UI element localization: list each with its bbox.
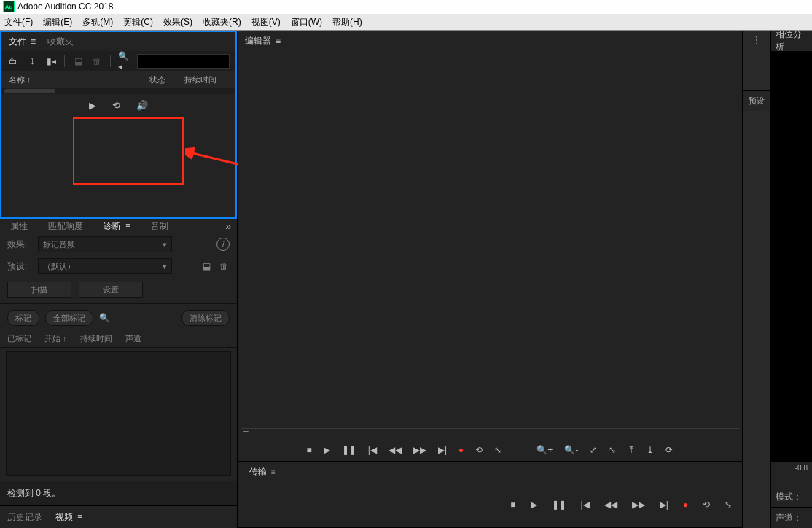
preset-value: （默认） [43, 261, 75, 272]
preset-dock-tab[interactable]: 预设 [743, 90, 770, 111]
skip-start-icon[interactable]: |◀ [581, 500, 590, 510]
files-panel-header: 文件 ≡ 收藏夹 [1, 32, 235, 51]
col-duration[interactable]: 持续时间 [80, 333, 112, 344]
skip-end-icon[interactable]: ▶| [438, 445, 447, 455]
panel-menu-icon[interactable]: ⋮ [743, 31, 770, 50]
menu-edit[interactable]: 编辑(E) [43, 16, 72, 28]
chevron-down-icon: ▾ [163, 262, 167, 271]
save-preset-icon[interactable]: ⬓ [200, 260, 212, 272]
zoom-out-icon[interactable]: 🔍- [564, 445, 578, 455]
editor-body[interactable]: – ■ ▶ ❚❚ |◀ ◀◀ ▶▶ ▶| ● ⟲ ⤡ 🔍+ 🔍- ⤢ ⤡ [238, 51, 742, 461]
menu-window[interactable]: 窗口(W) [291, 16, 322, 28]
new-file-icon[interactable]: ▮◂ [45, 55, 57, 67]
col-duration[interactable]: 持续时间 [184, 74, 228, 85]
menu-file[interactable]: 文件(F) [4, 16, 33, 28]
editor-header: 编辑器 ≡ [238, 31, 742, 51]
scrollbar-thumb[interactable] [4, 89, 55, 93]
search-icon[interactable]: 🔍 [99, 313, 110, 323]
skip-end-icon[interactable]: ▶| [660, 500, 668, 510]
menu-view[interactable]: 视图(V) [251, 16, 281, 28]
files-panel: 文件 ≡ 收藏夹 🗀 ⤵ ▮◂ ⬓ 🗑 🔍◂ 名称 ↑ 状态 持续时间 [0, 31, 237, 219]
loop-icon[interactable]: ⟲ [703, 500, 710, 510]
stop-icon[interactable]: ■ [510, 500, 515, 510]
preview-autoplay-icon[interactable]: 🔊 [136, 100, 148, 111]
hamburger-icon[interactable]: ≡ [125, 221, 130, 231]
clear-marks-button[interactable]: 清除标记 [181, 310, 230, 326]
preview-loop-icon[interactable]: ⟲ [112, 100, 120, 111]
save-icon[interactable]: ⬓ [72, 55, 84, 67]
editor-transport-controls: ■ ▶ ❚❚ |◀ ◀◀ ▶▶ ▶| ● ⟲ ⤡ 🔍+ 🔍- ⤢ ⤡ ⤒ [238, 438, 742, 461]
import-icon[interactable]: ⤵ [26, 55, 38, 67]
menu-help[interactable]: 帮助(H) [332, 16, 362, 28]
bottom-tabs: 历史记录 视频 ≡ [0, 506, 237, 528]
fastfwd-icon[interactable]: ▶▶ [413, 445, 426, 455]
scan-button[interactable]: 扫描 [7, 282, 71, 298]
rewind-icon[interactable]: ◀◀ [604, 500, 617, 510]
record-icon[interactable]: ● [683, 500, 688, 510]
open-folder-icon[interactable]: 🗀 [7, 55, 19, 67]
settings-button[interactable]: 设置 [79, 282, 143, 298]
editor-title: 编辑器 [245, 35, 271, 47]
mark-all-button[interactable]: 全部标记 [45, 310, 93, 326]
tab-sound[interactable]: 音制 [147, 220, 173, 233]
tab-files[interactable]: 文件 ≡ [9, 36, 36, 48]
zoom-in-icon[interactable]: 🔍+ [536, 445, 553, 455]
play-icon[interactable]: ▶ [531, 500, 537, 510]
zoom-reset-icon[interactable]: ⟳ [665, 445, 673, 455]
rewind-icon[interactable]: ◀◀ [389, 445, 402, 455]
col-channel[interactable]: 声道 [125, 333, 141, 344]
record-icon[interactable]: ● [458, 445, 464, 455]
editor-dash: – [243, 426, 249, 436]
preview-play-icon[interactable]: ▶ [89, 100, 96, 111]
files-hscroll[interactable] [1, 88, 235, 94]
effect-row: 效果: 标记音频 ▾ i [0, 233, 237, 255]
zoom-in-vert-icon[interactable]: ⤒ [628, 445, 635, 455]
zoom-out-vert-icon[interactable]: ⤓ [647, 445, 654, 455]
tab-video[interactable]: 视频 ≡ [55, 511, 82, 524]
tab-favorites[interactable]: 收藏夹 [47, 36, 74, 48]
hamburger-icon[interactable]: ≡ [271, 468, 276, 476]
col-status[interactable]: 状态 [149, 74, 184, 85]
phase-mode-row[interactable]: 模式： [771, 486, 812, 507]
trash-icon[interactable]: 🗑 [91, 55, 103, 67]
skip-selection-icon[interactable]: ⤡ [725, 500, 732, 510]
tab-properties[interactable]: 属性 [6, 220, 32, 233]
center-column: 编辑器 ≡ – ■ ▶ ❚❚ |◀ ◀◀ ▶▶ ▶| ● ⟲ ⤡ [237, 31, 743, 528]
zoom-full-icon[interactable]: ⤢ [590, 445, 597, 455]
tab-loudness[interactable]: 匹配响度 [44, 220, 87, 233]
pause-icon[interactable]: ❚❚ [552, 500, 566, 510]
more-tabs-icon[interactable]: » [225, 220, 231, 232]
info-icon[interactable]: i [216, 238, 230, 251]
diag-results-list[interactable] [6, 351, 231, 476]
hamburger-icon[interactable]: ≡ [77, 512, 82, 522]
mark-button[interactable]: 标记 [7, 310, 39, 326]
skip-selection-icon[interactable]: ⤡ [494, 445, 501, 455]
tab-diagnostics[interactable]: 诊断 ≡ [99, 220, 135, 233]
fastfwd-icon[interactable]: ▶▶ [632, 500, 645, 510]
hamburger-icon[interactable]: ≡ [31, 36, 36, 47]
menu-clip[interactable]: 剪辑(C) [123, 16, 153, 28]
search-input[interactable] [137, 54, 230, 69]
menu-favorites[interactable]: 收藏夹(R) [203, 16, 241, 28]
menu-effects[interactable]: 效果(S) [163, 16, 192, 28]
hamburger-icon[interactable]: ≡ [276, 36, 281, 46]
delete-preset-icon[interactable]: 🗑 [218, 260, 230, 272]
play-icon[interactable]: ▶ [324, 445, 330, 455]
phase-panel-title: 相位分析 [771, 31, 812, 51]
col-start[interactable]: 开始 ↑ [44, 333, 67, 344]
pause-icon[interactable]: ❚❚ [342, 445, 356, 455]
tab-history[interactable]: 历史记录 [7, 511, 42, 524]
right-dock-strip: ⋮ 预设 [743, 31, 771, 528]
loop-icon[interactable]: ⟲ [475, 445, 483, 455]
skip-start-icon[interactable]: |◀ [368, 445, 377, 455]
phase-scope[interactable] [771, 51, 812, 462]
col-name[interactable]: 名称 ↑ [9, 74, 149, 85]
preset-select[interactable]: （默认） ▾ [38, 258, 172, 274]
effect-select[interactable]: 标记音频 ▾ [38, 236, 172, 252]
menu-multitrack[interactable]: 多轨(M) [82, 16, 113, 28]
phase-channel-row[interactable]: 声道： [771, 507, 812, 528]
zoom-sel-icon[interactable]: ⤡ [609, 445, 616, 455]
stop-icon[interactable]: ■ [307, 445, 312, 455]
col-marked[interactable]: 已标记 [7, 333, 31, 344]
transport-title: 传输 ≡ [243, 466, 281, 478]
